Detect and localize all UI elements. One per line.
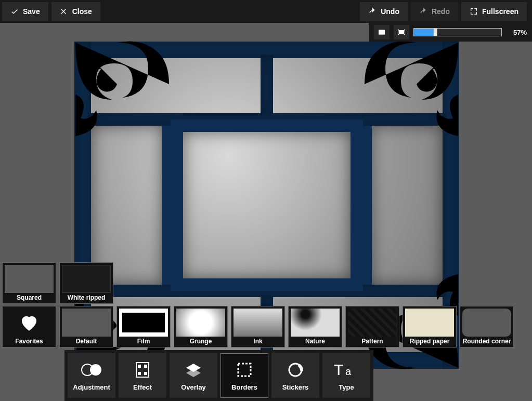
svg-rect-8	[145, 372, 147, 375]
border-variant-squared[interactable]: Squared	[2, 262, 56, 304]
svg-rect-1	[399, 31, 404, 34]
thumbnail-preview	[176, 309, 225, 337]
zoom-slider-handle[interactable]	[433, 28, 437, 36]
svg-rect-5	[138, 365, 140, 367]
check-icon	[10, 7, 19, 16]
thumbnail-preview	[62, 309, 111, 337]
close-label: Close	[72, 7, 92, 16]
tool-label: Stickers	[282, 383, 309, 391]
frame-segment	[91, 126, 174, 285]
svg-rect-6	[145, 365, 147, 367]
svg-text:a: a	[345, 366, 352, 377]
border-variant-row: Squared White ripped	[0, 262, 113, 304]
type-icon: Ta	[334, 360, 359, 379]
tool-label: Type	[339, 383, 354, 391]
category-nature[interactable]: Nature	[288, 306, 342, 347]
tool-type[interactable]: Ta Type	[322, 353, 370, 398]
thumbnail-preview	[119, 309, 168, 337]
svg-rect-7	[138, 372, 140, 375]
undo-label: Undo	[381, 7, 399, 16]
thumbnail-label: Favorites	[3, 337, 56, 347]
save-button[interactable]: Save	[2, 2, 48, 21]
heart-icon	[5, 309, 54, 337]
thumbnail-label: Default	[60, 337, 113, 347]
thumbnail-preview	[233, 309, 282, 337]
save-label: Save	[23, 7, 40, 16]
effect-icon	[134, 360, 151, 379]
overlay-icon	[185, 360, 202, 379]
thumbnail-label: Rounded corner	[460, 337, 513, 347]
bottom-toolbar: Adjustment Effect Overlay Borders Sticke…	[64, 350, 373, 401]
tool-adjustment[interactable]: Adjustment	[68, 353, 115, 398]
tool-effect[interactable]: Effect	[119, 353, 166, 398]
category-rounded-corner[interactable]: Rounded corner	[460, 306, 514, 347]
category-ink[interactable]: Ink	[231, 306, 285, 347]
tool-label: Borders	[231, 383, 257, 391]
top-bar: Save Close Undo Redo Fullscreen	[0, 0, 532, 23]
adjustment-icon	[79, 360, 104, 379]
frame-segment	[261, 55, 273, 118]
tool-label: Adjustment	[73, 383, 110, 391]
thumbnail-label: Squared	[3, 293, 56, 303]
category-default[interactable]: Default	[59, 306, 113, 347]
redo-button[interactable]: Redo	[411, 2, 458, 21]
fullscreen-button[interactable]: Fullscreen	[461, 2, 527, 21]
thumbnail-label: Pattern	[346, 337, 399, 347]
zoom-percent: 57%	[506, 29, 527, 36]
fit-screen-button[interactable]	[374, 25, 390, 39]
zoom-bar: 57%	[369, 23, 532, 42]
thumbnail-preview	[405, 309, 454, 337]
thumbnail-label: Ink	[231, 337, 284, 347]
close-icon	[60, 7, 68, 16]
fullscreen-icon	[470, 7, 478, 16]
stickers-icon	[287, 360, 304, 379]
tool-overlay[interactable]: Overlay	[170, 353, 217, 398]
redo-icon	[419, 7, 427, 16]
thumbnail-label: Ripped paper	[403, 337, 456, 347]
undo-button[interactable]: Undo	[360, 2, 408, 21]
category-ripped-paper[interactable]: Ripped paper	[403, 306, 457, 347]
zoom-slider[interactable]	[413, 28, 502, 36]
redo-label: Redo	[432, 7, 450, 16]
category-film[interactable]: Film	[116, 306, 171, 347]
frame-segment	[171, 119, 363, 291]
frame-segment	[359, 126, 443, 285]
zoom-slider-fill	[414, 29, 433, 36]
thumbnail-preview	[5, 265, 54, 293]
borders-icon	[236, 360, 253, 379]
undo-icon	[368, 7, 377, 16]
tool-borders[interactable]: Borders	[220, 353, 268, 398]
fit-screen-icon	[378, 28, 386, 36]
svg-rect-9	[238, 364, 251, 376]
thumbnail-label: Film	[117, 337, 170, 347]
svg-text:T: T	[334, 362, 343, 378]
category-pattern[interactable]: Pattern	[345, 306, 399, 347]
border-variant-white-ripped[interactable]: White ripped	[59, 262, 113, 304]
thumbnail-preview	[348, 309, 397, 337]
thumbnail-preview	[62, 265, 111, 293]
actual-size-button[interactable]	[394, 25, 409, 39]
thumbnail-preview	[291, 309, 340, 337]
tool-label: Overlay	[181, 383, 206, 391]
close-button[interactable]: Close	[51, 2, 100, 21]
svg-point-3	[90, 364, 101, 376]
tool-stickers[interactable]: Stickers	[271, 353, 319, 398]
thumbnail-label: White ripped	[60, 293, 113, 303]
thumbnail-preview	[462, 309, 511, 337]
favorites-button[interactable]: Favorites	[2, 306, 56, 347]
thumbnail-label: Nature	[289, 337, 342, 347]
border-category-row: Favorites Default Film Grunge Ink Nature…	[0, 306, 514, 347]
thumbnail-label: Grunge	[174, 337, 227, 347]
fullscreen-label: Fullscreen	[482, 7, 518, 16]
tool-label: Effect	[133, 383, 152, 391]
category-grunge[interactable]: Grunge	[174, 306, 228, 347]
actual-size-icon	[397, 28, 406, 36]
